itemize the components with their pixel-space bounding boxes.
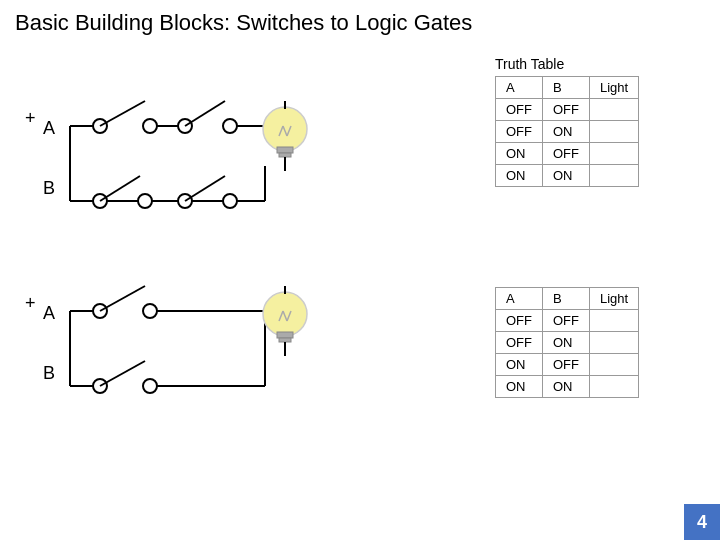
truth-table1: A B Light OFF OFF OFF ON: [495, 76, 639, 187]
svg-point-7: [223, 119, 237, 133]
truth-table2: A B Light OFF OFF OFF ON: [495, 287, 639, 398]
circuit2: + A B -: [15, 231, 345, 416]
header-light1: Light: [590, 77, 639, 99]
label-b-1: B: [43, 178, 55, 198]
svg-line-29: [100, 286, 145, 311]
cell: [590, 376, 639, 398]
plus-sign-1: +: [25, 108, 36, 128]
svg-line-6: [185, 101, 225, 126]
truth-table1-label: Truth Table: [495, 56, 705, 72]
cell: ON: [496, 376, 543, 398]
table-row: OFF OFF: [496, 99, 639, 121]
cell: [590, 165, 639, 187]
svg-line-35: [100, 361, 145, 386]
svg-rect-20: [277, 147, 293, 153]
bulb-2: [255, 286, 315, 360]
cell: ON: [496, 354, 543, 376]
cell: ON: [543, 165, 590, 187]
plus-sign-2: +: [25, 293, 36, 313]
header-b2: B: [543, 288, 590, 310]
svg-point-14: [138, 194, 152, 208]
page-number-badge: 4: [684, 504, 720, 540]
cell: OFF: [496, 99, 543, 121]
svg-point-30: [143, 304, 157, 318]
svg-rect-41: [279, 338, 291, 342]
table-row: ON ON: [496, 165, 639, 187]
cell: OFF: [543, 99, 590, 121]
cell: ON: [543, 376, 590, 398]
table-row: A B Light: [496, 77, 639, 99]
table-row: A B Light: [496, 288, 639, 310]
table-row: ON ON: [496, 376, 639, 398]
label-a-1: A: [43, 118, 55, 138]
cell: ON: [496, 143, 543, 165]
truth-table2-container: A B Light OFF OFF OFF ON: [495, 287, 705, 398]
tables-section: Truth Table A B Light OFF OFF OFF: [495, 46, 705, 416]
label-b-2: B: [43, 363, 55, 383]
header-b1: B: [543, 77, 590, 99]
header-a1: A: [496, 77, 543, 99]
circuit1: + A B -: [15, 46, 345, 231]
table-row: OFF ON: [496, 332, 639, 354]
svg-point-18: [223, 194, 237, 208]
table-row: OFF OFF: [496, 310, 639, 332]
cell: OFF: [496, 332, 543, 354]
cell: [590, 332, 639, 354]
svg-rect-21: [279, 153, 291, 157]
cell: ON: [496, 165, 543, 187]
table-row: OFF ON: [496, 121, 639, 143]
truth-table1-container: Truth Table A B Light OFF OFF OFF: [495, 56, 705, 187]
svg-line-13: [100, 176, 140, 201]
cell: [590, 310, 639, 332]
label-a-2: A: [43, 303, 55, 323]
header-light2: Light: [590, 288, 639, 310]
cell: OFF: [496, 121, 543, 143]
table-row: ON OFF: [496, 143, 639, 165]
cell: OFF: [543, 354, 590, 376]
svg-rect-40: [277, 332, 293, 338]
bulb-1: [255, 101, 315, 175]
header-a2: A: [496, 288, 543, 310]
svg-line-17: [185, 176, 225, 201]
cell: [590, 121, 639, 143]
table-row: ON OFF: [496, 354, 639, 376]
cell: ON: [543, 332, 590, 354]
cell: OFF: [543, 310, 590, 332]
cell: [590, 354, 639, 376]
cell: [590, 143, 639, 165]
svg-point-3: [143, 119, 157, 133]
cell: OFF: [543, 143, 590, 165]
page-title: Basic Building Blocks: Switches to Logic…: [0, 0, 720, 41]
circuits-section: + A B -: [15, 46, 485, 416]
svg-line-2: [100, 101, 145, 126]
cell: OFF: [496, 310, 543, 332]
cell: ON: [543, 121, 590, 143]
svg-point-36: [143, 379, 157, 393]
cell: [590, 99, 639, 121]
